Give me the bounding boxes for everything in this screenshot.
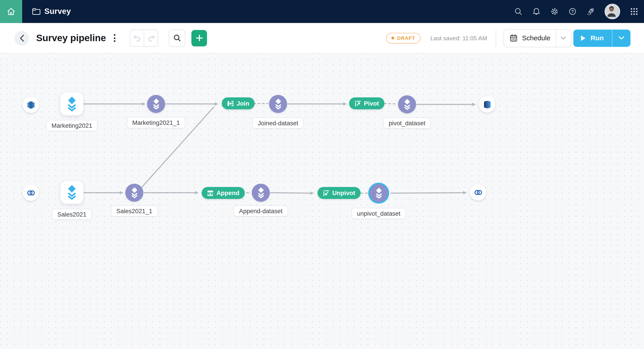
undo-button[interactable] — [130, 30, 144, 46]
chevron-down-icon — [618, 36, 624, 40]
node-label-sales2021-1[interactable]: Sales2021_1 — [111, 205, 158, 217]
transform-node-unpivot[interactable]: Unpivot — [318, 187, 361, 199]
dataset-stack-icon — [65, 96, 79, 112]
pipeline-edges — [0, 54, 644, 349]
dataset-stack-icon — [129, 187, 140, 198]
destination-node-database[interactable] — [479, 96, 495, 113]
gear-icon[interactable] — [550, 8, 558, 16]
dataset-stack-icon — [273, 98, 283, 110]
undo-icon — [133, 34, 141, 42]
schedule-split-button: Schedule — [504, 29, 571, 47]
home-icon — [6, 7, 16, 16]
undo-redo-group — [130, 29, 158, 47]
canvas-search-button[interactable] — [169, 29, 185, 47]
source-node-redshift[interactable] — [22, 97, 39, 113]
run-button-label: Run — [590, 34, 604, 42]
status-badge-label: DRAFT — [397, 35, 415, 41]
last-saved-text: Last saved: 11:05 AM — [430, 35, 487, 41]
transform-node-join[interactable]: Join — [222, 97, 255, 109]
topbar-actions: ? — [514, 0, 638, 23]
top-navigation-bar: Survey ? — [0, 0, 644, 23]
add-node-button[interactable] — [192, 30, 207, 46]
node-label-unpivot-dataset[interactable]: unpivot_dataset — [352, 208, 406, 219]
rocket-icon[interactable] — [586, 8, 595, 16]
redo-button[interactable] — [144, 30, 158, 46]
append-icon — [207, 190, 214, 196]
workspace-selector[interactable]: Survey — [32, 7, 71, 16]
page-title: Survey pipeline — [36, 33, 106, 44]
transform-node-label: Unpivot — [332, 189, 355, 196]
schedule-button[interactable]: Schedule — [504, 29, 556, 47]
workspace-name: Survey — [44, 7, 71, 16]
crm-rings-icon — [474, 187, 483, 197]
run-split-button: Run — [573, 29, 630, 47]
dataset-stack-icon — [256, 187, 266, 198]
schedule-dropdown-button[interactable] — [556, 29, 571, 47]
stage-node-sales2021-1[interactable] — [125, 184, 143, 202]
back-button[interactable] — [14, 31, 29, 46]
dataset-stack-icon — [65, 185, 79, 200]
database-barrel-icon — [482, 100, 492, 109]
toolbar-divider — [496, 30, 496, 46]
stage-node-marketing2021-1[interactable] — [147, 95, 165, 113]
schedule-button-label: Schedule — [522, 34, 550, 42]
source-node-crm[interactable] — [22, 185, 39, 201]
dataset-stack-icon — [374, 187, 384, 199]
run-dropdown-button[interactable] — [612, 29, 630, 47]
plus-icon — [196, 35, 202, 41]
grid-menu-icon[interactable] — [630, 8, 638, 16]
status-badge: DRAFT — [386, 33, 420, 43]
search-icon — [173, 34, 181, 42]
chevron-down-icon — [561, 37, 566, 40]
node-label-marketing2021[interactable]: Marketing2021 — [46, 120, 98, 131]
dataset-node-append-dataset[interactable] — [252, 184, 270, 202]
transform-node-pivot[interactable]: Pivot — [349, 97, 384, 109]
avatar[interactable] — [605, 4, 620, 20]
toolbar-actions: DRAFT Last saved: 11:05 AM Schedule — [386, 23, 630, 53]
node-label-append-dataset[interactable]: Append-dataset — [234, 205, 288, 217]
bell-icon[interactable] — [532, 8, 540, 16]
help-icon[interactable]: ? — [568, 8, 577, 16]
dataset-node-unpivot-dataset[interactable] — [370, 184, 388, 202]
search-icon[interactable] — [514, 8, 522, 16]
database-columns-icon — [26, 100, 36, 109]
pipeline-canvas[interactable]: Join Pivot — [0, 54, 644, 349]
node-label-sales2021[interactable]: Sales2021 — [52, 209, 92, 220]
app-window: Survey ? — [0, 0, 644, 349]
node-label-marketing2021-1[interactable]: Marketing2021_1 — [127, 117, 185, 128]
calendar-icon — [510, 34, 518, 42]
dataset-stack-icon — [402, 99, 412, 110]
avatar-person — [605, 5, 618, 17]
transform-node-append[interactable]: Append — [202, 187, 245, 199]
folder-icon — [32, 8, 41, 15]
svg-text:?: ? — [571, 9, 574, 14]
transform-node-label: Append — [216, 189, 240, 196]
unpivot-icon — [323, 190, 330, 196]
run-button[interactable]: Run — [573, 29, 612, 47]
crm-rings-icon — [26, 188, 36, 197]
dataset-node-joined-dataset[interactable] — [269, 95, 287, 113]
back-icon — [20, 34, 24, 42]
destination-node-crm[interactable] — [470, 184, 486, 200]
draft-dot — [392, 37, 394, 39]
play-icon — [581, 35, 586, 41]
join-icon — [227, 100, 234, 107]
redo-icon — [147, 34, 155, 42]
transform-node-label: Pivot — [364, 100, 379, 107]
node-label-joined-dataset[interactable]: Joined-dataset — [252, 117, 304, 129]
dataset-node-pivot-dataset[interactable] — [398, 95, 416, 113]
dataset-node-marketing2021[interactable] — [60, 92, 84, 115]
pivot-icon — [354, 100, 361, 107]
dataset-stack-icon — [151, 98, 161, 110]
dataset-node-sales2021[interactable] — [60, 181, 84, 204]
node-label-pivot-dataset[interactable]: pivot_dataset — [383, 117, 431, 129]
transform-node-label: Join — [236, 100, 249, 107]
pipeline-toolbar: Survey pipeline — [0, 23, 644, 54]
kebab-menu-icon[interactable] — [111, 33, 118, 43]
home-button[interactable] — [0, 0, 22, 23]
